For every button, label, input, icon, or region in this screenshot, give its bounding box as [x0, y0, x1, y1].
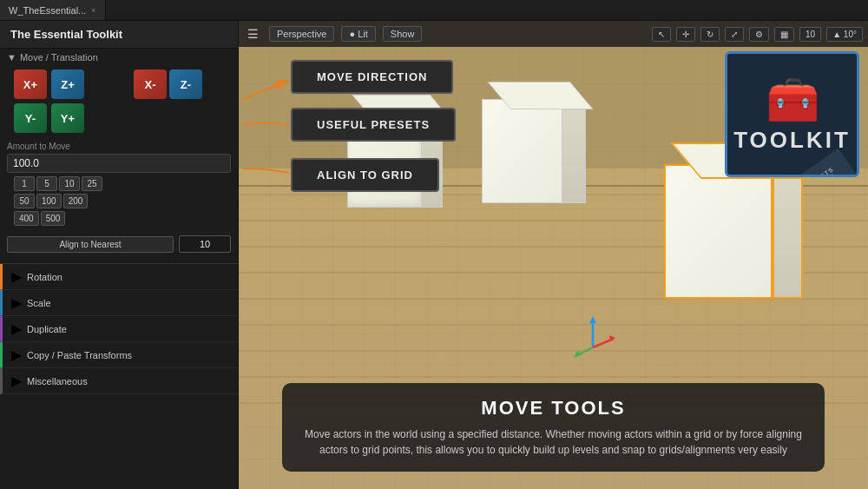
preset-50[interactable]: 50 — [14, 194, 35, 208]
move-translation-section: ▼ Move / Translation X+ Z+ Y- Y+ X- — [0, 49, 238, 264]
align-value-input[interactable] — [179, 235, 231, 253]
move-section-label: Move / Translation — [20, 52, 98, 63]
lit-label: ● Lit — [349, 29, 367, 39]
z-minus-button[interactable]: Z- — [169, 69, 202, 99]
preset-400[interactable]: 400 — [14, 211, 39, 226]
briefcase-icon: 🧰 — [766, 75, 819, 125]
scale-label: Scale — [27, 298, 51, 308]
settings-button[interactable]: ⚙ — [749, 27, 769, 42]
angle-button[interactable]: ▲ 10° — [826, 27, 863, 42]
viewport-toolbar-right: ↖ ✛ ↻ ⤢ ⚙ ▦ 10 ▲ 10° — [652, 27, 863, 42]
copy-label: Copy / Paste Transforms — [27, 350, 132, 360]
viewport-background: MOVE DIRECTION USEFUL PRESETS ALIGN TO G… — [239, 21, 868, 489]
viewport-menu-button[interactable]: ☰ — [244, 25, 262, 43]
move-tools-description: Move actors in the world using a specifi… — [303, 426, 804, 458]
show-button[interactable]: Show — [383, 26, 423, 42]
toolkit-logo: 🧰 TOOLKIT ARTISTS& LEVELDESIGN — [725, 51, 859, 177]
misc-section[interactable]: ▶ Miscellaneous — [0, 368, 238, 394]
preset-100[interactable]: 100 — [36, 194, 62, 208]
amount-label: Amount to Move — [7, 142, 231, 151]
left-panel: The Essential Toolkit ▼ Move / Translati… — [0, 21, 239, 489]
viewport[interactable]: ☰ Perspective ● Lit Show ↖ ✛ ↻ ⤢ ⚙ ▦ 10 … — [239, 21, 868, 489]
align-nearest-button[interactable]: Align to Nearest — [7, 236, 174, 253]
main-layout: The Essential Toolkit ▼ Move / Translati… — [0, 21, 868, 489]
copy-paste-section[interactable]: ▶ Copy / Paste Transforms — [0, 342, 238, 368]
y-minus-button[interactable]: Y- — [14, 103, 47, 133]
rotation-label: Rotation — [27, 272, 62, 282]
preset-500[interactable]: 500 — [41, 211, 66, 226]
amount-section: Amount to Move 1 5 10 25 50 100 200 400 … — [0, 138, 238, 232]
duplicate-label: Duplicate — [27, 324, 67, 334]
move-direction-button[interactable]: MOVE DIRECTION — [291, 60, 453, 94]
preset-200[interactable]: 200 — [63, 194, 89, 208]
useful-presets-button[interactable]: USEFUL PRESETS — [291, 108, 456, 142]
preset-grid-row1: 1 5 10 25 — [7, 176, 231, 191]
viewport-toolbar: ☰ Perspective ● Lit Show ↖ ✛ ↻ ⤢ ⚙ ▦ 10 … — [239, 21, 868, 47]
preset-10[interactable]: 10 — [59, 176, 80, 191]
select-mode-button[interactable]: ↖ — [652, 27, 671, 42]
tab-bar: W_TheEssential... × — [0, 0, 868, 21]
grid-button[interactable]: ▦ — [774, 27, 794, 42]
svg-marker-15 — [589, 316, 596, 323]
duplicate-section[interactable]: ▶ Duplicate — [0, 316, 238, 342]
align-row: Align to Nearest — [0, 232, 238, 256]
copy-arrow-icon: ▶ — [11, 347, 22, 363]
preset-5[interactable]: 5 — [36, 176, 57, 191]
show-label: Show — [391, 29, 415, 39]
svg-marker-19 — [574, 351, 582, 358]
x-plus-button[interactable]: X+ — [14, 69, 47, 99]
misc-arrow-icon: ▶ — [11, 373, 22, 389]
rotation-arrow-icon: ▶ — [11, 268, 22, 285]
move-arrow-icon: ▼ — [7, 52, 16, 63]
move-tools-title: MOVE TOOLS — [303, 397, 804, 420]
move-tools-overlay: MOVE TOOLS Move actors in the world usin… — [282, 383, 825, 472]
tab-title: W_TheEssential... — [9, 5, 86, 16]
tab-close[interactable]: × — [91, 6, 95, 15]
grid-size-button[interactable]: 10 — [799, 27, 821, 42]
scale-mode-button[interactable]: ⤢ — [725, 27, 744, 42]
tab-item[interactable]: W_TheEssential... × — [0, 0, 106, 20]
preset-grid-row3: 400 500 — [7, 211, 231, 226]
preset-grid-row2: 50 100 200 — [7, 194, 231, 208]
toolkit-text: TOOLKIT — [733, 127, 851, 154]
panel-title: The Essential Toolkit — [0, 21, 238, 49]
perspective-button[interactable]: Perspective — [269, 26, 334, 42]
move-header: ▼ Move / Translation — [0, 49, 238, 66]
z-plus-button[interactable]: Z+ — [51, 69, 84, 99]
duplicate-arrow-icon: ▶ — [11, 320, 22, 337]
misc-label: Miscellaneous — [27, 376, 88, 387]
xyz-button-grid: X+ Z+ Y- Y+ — [7, 66, 130, 138]
preset-25[interactable]: 25 — [82, 176, 102, 191]
x-minus-button[interactable]: X- — [134, 69, 167, 99]
amount-input[interactable] — [7, 154, 231, 173]
move-mode-button[interactable]: ✛ — [676, 27, 695, 42]
align-to-grid-button[interactable]: ALIGN TO GRID — [291, 158, 439, 192]
preset-1[interactable]: 1 — [14, 176, 35, 191]
perspective-label: Perspective — [277, 29, 326, 39]
y-plus-button[interactable]: Y+ — [51, 103, 84, 133]
rotation-section[interactable]: ▶ Rotation — [0, 264, 238, 290]
lit-button[interactable]: ● Lit — [341, 26, 375, 42]
rotate-mode-button[interactable]: ↻ — [700, 27, 720, 42]
scale-arrow-icon: ▶ — [11, 294, 22, 311]
scale-section[interactable]: ▶ Scale — [0, 290, 238, 316]
transform-gizmo — [569, 313, 616, 360]
